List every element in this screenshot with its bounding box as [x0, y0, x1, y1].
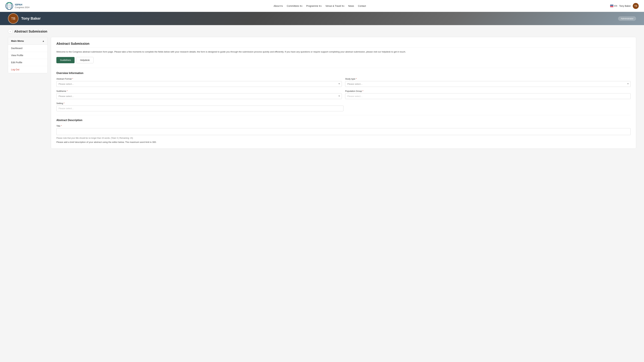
page-content: ‹ Abstract Submission Main Menu ▲ Dashbo… — [0, 25, 644, 362]
setting-required: * — [64, 102, 64, 104]
nav-link-committees[interactable]: Committees ▾ — [287, 5, 302, 7]
navbar: ISPAH Congress 2024 About ▾ Committees ▾… — [0, 0, 644, 12]
form-row-3: Setting * — [56, 102, 630, 111]
hero-avatar: TB — [8, 13, 18, 24]
title-group: Title * Please note that your title shou… — [56, 125, 630, 139]
sidebar-menu-title: Main Menu — [11, 39, 24, 42]
nav-item-venue-travel[interactable]: Venue & Travel ▾ — [326, 5, 344, 7]
study-type-group: Study type * Please select... — [345, 78, 630, 87]
nav-right: EN Tony Baker TB — [610, 3, 639, 9]
action-buttons-row: Guidelines Helpdesk — [56, 57, 630, 63]
population-group-label: Population Group * — [345, 90, 630, 92]
sidebar-header: Main Menu ▲ — [8, 37, 48, 45]
sidebar-link-logout[interactable]: Log Out — [8, 66, 48, 73]
hero-band: TB Tony Baker Administrator — [0, 12, 644, 25]
brand-text-block: ISPAH Congress 2024 — [15, 3, 30, 8]
sidebar-link-view-profile[interactable]: View Profile — [8, 52, 48, 59]
setting-label: Setting * — [56, 102, 630, 104]
sidebar-item-logout[interactable]: Log Out — [8, 66, 48, 73]
form-section-title: Abstract Submission — [56, 42, 630, 48]
form-row-1: Abstract Format * Please select... Study… — [56, 78, 630, 87]
back-button[interactable]: ‹ — [8, 29, 12, 34]
subtheme-select[interactable]: Please select... — [56, 93, 342, 99]
hero-user-info: TB Tony Baker — [8, 13, 41, 24]
brand-logo-area[interactable]: ISPAH Congress 2024 — [5, 2, 30, 10]
nav-user-avatar[interactable]: TB — [633, 3, 639, 9]
admin-badge: Administrator — [618, 16, 636, 21]
form-intro-text: Welcome to the Congress abstract submiss… — [56, 50, 630, 54]
title-input[interactable] — [56, 128, 630, 135]
programme-dropdown-icon: ▾ — [319, 5, 322, 7]
sidebar-toggle-icon[interactable]: ▲ — [42, 40, 44, 42]
population-group-input[interactable] — [345, 93, 630, 99]
hero-user-name: Tony Baker — [21, 16, 41, 21]
population-group-required: * — [362, 90, 363, 92]
nav-link-news[interactable]: News — [348, 5, 354, 7]
sidebar: Main Menu ▲ Dashboard View Profile Edit … — [8, 37, 48, 73]
description-section-title: Abstract Description — [56, 119, 630, 122]
brand-name: ISPAH — [15, 3, 30, 6]
helpdesk-button[interactable]: Helpdesk — [76, 57, 94, 63]
setting-input[interactable] — [56, 105, 344, 111]
nav-user-name[interactable]: Tony Baker — [619, 5, 631, 7]
sidebar-link-edit-profile[interactable]: Edit Profile — [8, 59, 48, 66]
abstract-format-group: Abstract Format * Please select... — [56, 78, 342, 87]
lang-label: EN — [614, 5, 617, 7]
nav-item-news[interactable]: News — [348, 5, 354, 7]
flag-uk-icon — [610, 5, 614, 7]
page-title: Abstract Submission — [14, 29, 47, 33]
subtheme-label: Subtheme * — [56, 90, 342, 92]
nav-link-contact[interactable]: Contact — [358, 5, 366, 7]
divider-2 — [56, 115, 630, 115]
subtheme-group: Subtheme * Please select... — [56, 90, 342, 99]
overview-section-title: Overview Information — [56, 72, 630, 75]
ispah-logo — [5, 2, 13, 10]
nav-links: About ▾ Committees ▾ Programme ▾ Venue &… — [274, 5, 366, 7]
venue-travel-dropdown-icon: ▾ — [342, 5, 344, 7]
sidebar-item-view-profile[interactable]: View Profile — [8, 52, 48, 59]
sidebar-link-dashboard[interactable]: Dashboard — [8, 45, 48, 52]
nav-item-contact[interactable]: Contact — [358, 5, 366, 7]
subtheme-required: * — [67, 90, 68, 92]
language-selector[interactable]: EN — [610, 5, 617, 7]
nav-link-about[interactable]: About ▾ — [274, 5, 283, 7]
abstract-format-select[interactable]: Please select... — [56, 81, 342, 87]
study-type-select[interactable]: Please select... — [345, 81, 630, 87]
study-type-required: * — [356, 78, 357, 80]
nav-item-committees[interactable]: Committees ▾ — [287, 5, 302, 7]
sidebar-item-edit-profile[interactable]: Edit Profile — [8, 59, 48, 66]
page-header: ‹ Abstract Submission — [8, 29, 636, 34]
brand-congress-year: Congress 2024 — [15, 6, 30, 8]
setting-group: Setting * — [56, 102, 630, 111]
nav-link-programme[interactable]: Programme ▾ — [306, 5, 322, 7]
main-form-area: Abstract Submission Welcome to the Congr… — [51, 37, 636, 149]
abstract-format-label: Abstract Format * — [56, 78, 342, 80]
two-column-layout: Main Menu ▲ Dashboard View Profile Edit … — [8, 37, 636, 149]
guidelines-button[interactable]: Guidelines — [56, 57, 74, 63]
committees-dropdown-icon: ▾ — [300, 5, 302, 7]
abstract-format-required: * — [72, 78, 73, 80]
about-dropdown-icon: ▾ — [280, 5, 283, 7]
title-required: * — [61, 125, 62, 127]
description-info-text: Please add a brief description of your a… — [56, 141, 630, 144]
nav-link-venue-travel[interactable]: Venue & Travel ▾ — [326, 5, 344, 7]
sidebar-item-dashboard[interactable]: Dashboard — [8, 45, 48, 52]
study-type-label: Study type * — [345, 78, 630, 80]
sidebar-menu: Dashboard View Profile Edit Profile Log … — [8, 45, 48, 73]
population-group-group: Population Group * — [345, 90, 630, 99]
title-label: Title * — [56, 125, 630, 127]
form-row-2: Subtheme * Please select... Population G… — [56, 90, 630, 99]
nav-item-about[interactable]: About ▾ — [274, 5, 283, 7]
nav-item-programme[interactable]: Programme ▾ — [306, 5, 322, 7]
title-hint: Please note that your title should be no… — [56, 137, 630, 139]
